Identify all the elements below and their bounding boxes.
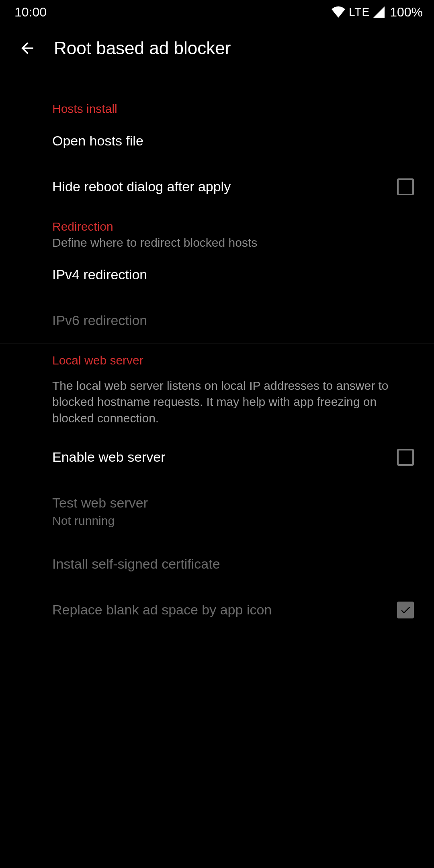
section-title-hosts: Hosts install	[52, 102, 382, 116]
arrow-back-icon	[18, 39, 36, 57]
item-install-certificate[interactable]: Install self-signed certificate	[0, 541, 434, 587]
item-title: IPv4 redirection	[52, 266, 404, 284]
section-header-webserver: Local web server	[0, 344, 434, 370]
app-bar: Root based ad blocker	[0, 24, 434, 72]
item-title: Hide reboot dialog after apply	[52, 178, 387, 196]
network-label: LTE	[349, 6, 370, 18]
item-ipv6-redirection[interactable]: IPv6 redirection	[0, 298, 434, 344]
status-time: 10:00	[14, 5, 47, 20]
status-right: LTE 100%	[331, 5, 423, 20]
item-title: IPv6 redirection	[52, 311, 404, 330]
content: Hosts install Open hosts file Hide reboo…	[0, 72, 434, 633]
section-subtitle-redirection: Define where to redirect blocked hosts	[52, 236, 382, 250]
item-replace-blank-ad[interactable]: Replace blank ad space by app icon	[0, 587, 434, 633]
section-title-webserver: Local web server	[52, 354, 382, 367]
item-subtitle: Not running	[52, 514, 404, 528]
item-open-hosts-file[interactable]: Open hosts file	[0, 118, 434, 164]
item-title: Test web server	[52, 494, 404, 512]
battery-text: 100%	[390, 5, 423, 20]
webserver-description: The local web server listens on local IP…	[0, 370, 434, 435]
section-header-redirection: Redirection Define where to redirect blo…	[0, 210, 434, 252]
item-test-web-server[interactable]: Test web server Not running	[0, 480, 434, 541]
item-title: Install self-signed certificate	[52, 555, 404, 573]
item-title: Replace blank ad space by app icon	[52, 601, 387, 619]
checkbox-hide-reboot[interactable]	[397, 178, 414, 195]
wifi-icon	[331, 6, 346, 18]
section-title-redirection: Redirection	[52, 220, 382, 233]
cell-signal-icon	[373, 6, 385, 18]
item-hide-reboot-dialog[interactable]: Hide reboot dialog after apply	[0, 164, 434, 210]
item-title: Open hosts file	[52, 132, 404, 150]
back-button[interactable]	[8, 29, 47, 68]
section-header-hosts: Hosts install	[0, 92, 434, 118]
item-enable-web-server[interactable]: Enable web server	[0, 434, 434, 480]
checkbox-replace-blank[interactable]	[397, 602, 414, 618]
status-bar: 10:00 LTE 100%	[0, 0, 434, 24]
checkbox-enable-webserver[interactable]	[397, 449, 414, 466]
item-title: Enable web server	[52, 448, 387, 467]
page-title: Root based ad blocker	[54, 38, 231, 58]
item-ipv4-redirection[interactable]: IPv4 redirection	[0, 252, 434, 298]
